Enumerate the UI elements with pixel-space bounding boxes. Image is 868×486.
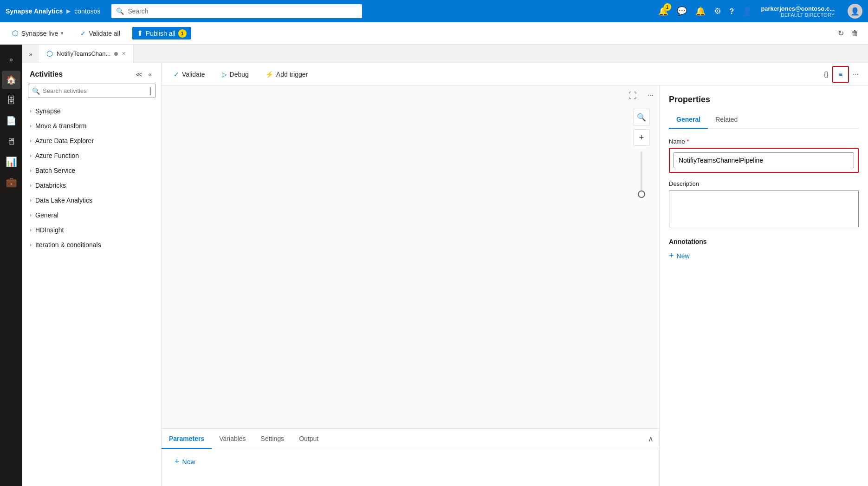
cursor-indicator: | (149, 86, 151, 96)
activity-group-databricks[interactable]: › Databricks (22, 178, 161, 193)
chevron-right-icon: › (30, 182, 32, 189)
collapse-up-icon: ∧ (648, 434, 654, 443)
notification-button[interactable]: 🔔 1 (658, 6, 668, 16)
name-input[interactable] (674, 153, 854, 168)
chevron-right-icon: › (30, 108, 32, 114)
help-icon: ? (730, 7, 734, 15)
add-trigger-button[interactable]: ⚡ Add trigger (261, 69, 312, 80)
validate-all-button[interactable]: ✓ Validate all (76, 28, 124, 39)
notification-badge: 1 (664, 3, 671, 11)
zoom-search-icon: 🔍 (637, 113, 646, 122)
messages-button[interactable]: 💬 (677, 6, 687, 16)
activity-group-batch-service[interactable]: › Batch Service (22, 163, 161, 178)
new-parameter-button[interactable]: + New (171, 455, 199, 468)
tab-sidebar-toggle[interactable]: » (22, 45, 39, 63)
search-activities-input[interactable] (43, 87, 146, 94)
settings-button[interactable]: ⚙ (714, 6, 721, 16)
activities-header: Activities ≪ « (22, 63, 161, 84)
search-box[interactable]: 🔍 (111, 4, 362, 18)
bottom-tab-variables[interactable]: Variables (212, 429, 253, 449)
validate-label: Validate (182, 71, 205, 78)
bottom-tab-parameters[interactable]: Parameters (162, 429, 212, 449)
sidebar-item-monitor[interactable]: 📊 (2, 152, 20, 171)
activity-group-general[interactable]: › General (22, 208, 161, 223)
annotations-title: Annotations (669, 238, 859, 245)
content-area: » ⬡ NotifiyTeamsChan... ✕ Activities ≪ « (22, 45, 868, 486)
user-name: parkerjones@contoso.c... (761, 5, 835, 12)
publish-all-button[interactable]: ⬆ Publish all 1 (132, 27, 191, 39)
activity-group-label: Iteration & conditionals (35, 241, 101, 249)
canvas-bottom: Parameters Variables Settings Output (162, 428, 659, 486)
chevron-right-icon: › (30, 197, 32, 204)
close-panel-button[interactable]: « (146, 69, 154, 80)
help-button[interactable]: ? (730, 7, 734, 16)
search-input[interactable] (128, 7, 357, 15)
person-button[interactable]: 👤 (742, 6, 752, 16)
inner-layout: Activities ≪ « 🔍 | › Synapse (22, 63, 868, 486)
code-brackets-button[interactable]: {} (822, 68, 830, 80)
prop-tab-general[interactable]: General (669, 112, 708, 129)
zoom-search-button[interactable]: 🔍 (633, 109, 650, 125)
prop-tab-related[interactable]: Related (708, 112, 745, 129)
trash-button[interactable]: 🗑 (849, 27, 861, 39)
sidebar-item-data[interactable]: 🗄 (2, 91, 20, 110)
validate-button[interactable]: ✓ Validate (169, 69, 210, 80)
sidebar-item-integrate[interactable]: 🖥 (2, 132, 20, 151)
home-icon: 🏠 (6, 75, 16, 85)
description-field-label: Description (669, 180, 859, 187)
tab-bar: » ⬡ NotifiyTeamsChan... ✕ (22, 45, 868, 63)
properties-panel-button[interactable]: ≡ (832, 66, 849, 83)
activity-group-hdinsight[interactable]: › HDInsight (22, 223, 161, 237)
activities-title: Activities (30, 70, 63, 79)
canvas-body[interactable]: ⛶ ··· 🔍 + (162, 85, 659, 486)
alerts-button[interactable]: 🔔 (695, 6, 706, 16)
expand-canvas-button[interactable]: ⛶ (628, 91, 637, 101)
chevron-right-icon: › (30, 212, 32, 218)
activity-group-azure-function[interactable]: › Azure Function (22, 148, 161, 163)
sidebar-item-manage[interactable]: 💼 (2, 173, 20, 191)
avatar[interactable]: 👤 (848, 4, 862, 19)
new-annotation-button[interactable]: + New (669, 249, 859, 263)
required-indicator: * (687, 138, 689, 145)
activity-group-synapse[interactable]: › Synapse (22, 104, 161, 118)
breadcrumb-separator: ▶ (66, 8, 71, 14)
zoom-add-button[interactable]: + (633, 129, 650, 146)
sidebar-collapse-button[interactable]: » (2, 50, 20, 69)
settings-icon: ⚙ (714, 7, 721, 16)
activity-group-iteration-conditionals[interactable]: › Iteration & conditionals (22, 237, 161, 252)
tab-unsaved-dot (114, 52, 118, 56)
canvas-more-button[interactable]: ··· (851, 68, 861, 80)
activity-group-data-lake-analytics[interactable]: › Data Lake Analytics (22, 193, 161, 208)
publish-icon: ⬆ (137, 29, 143, 38)
sidebar-item-develop[interactable]: 📄 (2, 112, 20, 130)
debug-button[interactable]: ▷ Debug (217, 69, 253, 80)
properties-tabs: General Related (669, 112, 859, 129)
bottom-tab-label: Variables (219, 435, 246, 442)
activities-search-box[interactable]: 🔍 | (28, 84, 155, 98)
validate-icon: ✓ (80, 30, 86, 37)
collapse-bottom-button[interactable]: ∧ (642, 429, 659, 449)
second-toolbar: ⬡ Synapse live ▾ ✓ Validate all ⬆ Publis… (0, 22, 868, 45)
synapse-live-icon: ⬡ (12, 29, 19, 38)
refresh-button[interactable]: ↻ (836, 27, 846, 39)
toolbar2-right: ↻ 🗑 (836, 27, 861, 39)
pipeline-tab[interactable]: ⬡ NotifiyTeamsChan... ✕ (39, 45, 134, 63)
debug-label: Debug (230, 71, 249, 78)
description-input[interactable] (669, 190, 859, 227)
tab-close-button[interactable]: ✕ (122, 51, 126, 57)
context-label: contosos (74, 7, 100, 15)
activity-group-label: Data Lake Analytics (35, 197, 92, 204)
zoom-plus-icon: + (639, 133, 644, 143)
bottom-tab-settings[interactable]: Settings (253, 429, 292, 449)
bottom-tab-output[interactable]: Output (291, 429, 326, 449)
chevron-right-icon: › (30, 152, 32, 159)
bottom-tabs: Parameters Variables Settings Output (162, 428, 659, 449)
collapse-all-button[interactable]: ≪ (134, 69, 144, 80)
zoom-slider-thumb[interactable] (638, 190, 645, 198)
synapse-live-dropdown[interactable]: ⬡ Synapse live ▾ (7, 27, 68, 39)
canvas-more-options-button[interactable]: ··· (648, 91, 654, 99)
activity-group-move-transform[interactable]: › Move & transform (22, 118, 161, 133)
activity-group-azure-data-explorer[interactable]: › Azure Data Explorer (22, 133, 161, 148)
trigger-lightning-icon: ⚡ (266, 71, 273, 78)
sidebar-item-home[interactable]: 🏠 (2, 71, 20, 89)
